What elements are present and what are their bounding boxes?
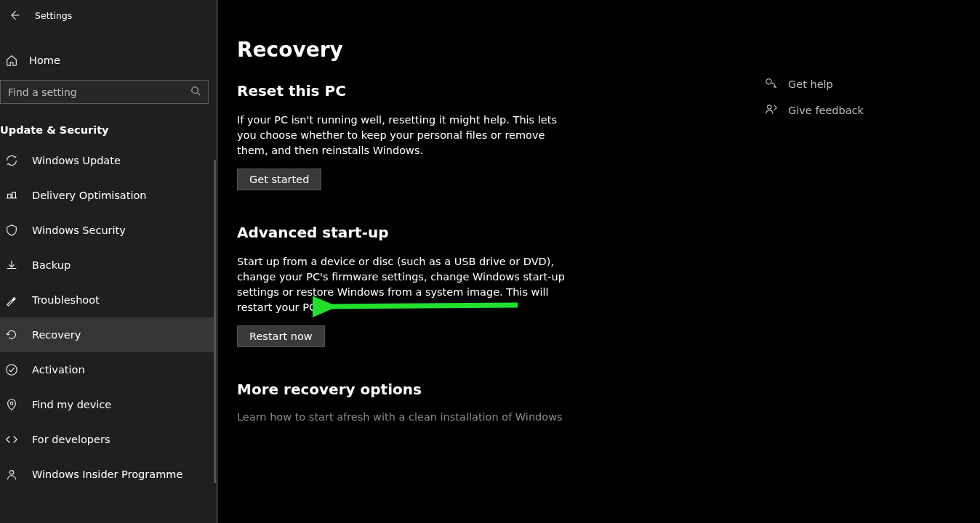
get-help-link[interactable]: Get help [765, 71, 864, 97]
sidebar-item-label: Backup [32, 259, 71, 271]
backup-icon [4, 259, 19, 272]
section-body: If your PC isn't running well, resetting… [237, 113, 571, 158]
search-input[interactable] [0, 80, 209, 104]
help-icon [765, 77, 778, 92]
window-title: Settings [35, 10, 72, 21]
more-recovery-link[interactable]: Learn how to start afresh with a clean i… [237, 411, 571, 423]
sidebar-item-label: Windows Update [32, 155, 121, 166]
sidebar-item-label: Recovery [32, 329, 81, 341]
sidebar-item-delivery-optimisation[interactable]: Delivery Optimisation [0, 178, 216, 213]
wrench-icon [4, 293, 19, 307]
sidebar-item-label: Windows Security [32, 224, 126, 236]
insider-icon [4, 468, 19, 481]
page-title: Recovery [237, 38, 980, 62]
svg-point-5 [766, 78, 771, 84]
sidebar-item-label: Delivery Optimisation [32, 190, 147, 201]
sidebar-item-windows-insider[interactable]: Windows Insider Programme [0, 457, 216, 492]
svg-point-2 [7, 365, 17, 375]
sidebar-group-title: Update & Security [0, 124, 216, 136]
sync-icon [4, 154, 19, 167]
back-button[interactable] [4, 5, 25, 25]
section-body: Start up from a device or disc (such as … [237, 254, 571, 315]
right-column: Get help Give feedback [765, 71, 864, 123]
give-feedback-link[interactable]: Give feedback [765, 97, 864, 123]
code-icon [4, 433, 19, 446]
get-help-label: Get help [788, 78, 833, 90]
sidebar-item-activation[interactable]: Activation [0, 352, 216, 387]
get-started-button[interactable]: Get started [237, 169, 321, 190]
sidebar-item-label: Windows Insider Programme [32, 469, 182, 480]
home-icon [4, 54, 19, 67]
sidebar-item-troubleshoot[interactable]: Troubleshoot [0, 283, 216, 317]
sidebar-item-recovery[interactable]: Recovery [0, 317, 216, 352]
svg-point-6 [768, 105, 771, 108]
recovery-icon [4, 328, 19, 341]
main-content: Recovery Reset this PC If your PC isn't … [237, 0, 980, 523]
sidebar-item-label: Troubleshoot [32, 294, 100, 306]
location-icon [4, 398, 19, 411]
sidebar-nav: Windows Update Delivery Optimisation Win… [0, 143, 216, 492]
sidebar: Settings Home Update & Security Windows … [0, 0, 218, 523]
sidebar-item-label: For developers [32, 434, 110, 445]
section-reset-pc: Reset this PC If your PC isn't running w… [237, 82, 571, 190]
section-heading: Reset this PC [237, 82, 571, 100]
svg-point-4 [9, 471, 13, 474]
sidebar-scrollbar[interactable] [214, 160, 216, 483]
check-circle-icon [4, 363, 19, 376]
section-heading: More recovery options [237, 381, 571, 398]
delivery-icon [4, 189, 19, 202]
sidebar-item-backup[interactable]: Backup [0, 248, 216, 283]
section-advanced-startup: Advanced start-up Start up from a device… [237, 224, 571, 347]
shield-icon [4, 224, 19, 237]
restart-now-button[interactable]: Restart now [237, 325, 325, 347]
sidebar-item-windows-security[interactable]: Windows Security [0, 213, 216, 248]
section-heading: Advanced start-up [237, 224, 571, 241]
give-feedback-label: Give feedback [788, 105, 864, 116]
sidebar-home-label: Home [29, 54, 60, 66]
sidebar-home[interactable]: Home [0, 44, 216, 77]
sidebar-item-label: Activation [32, 364, 85, 376]
sidebar-item-for-developers[interactable]: For developers [0, 422, 216, 457]
sidebar-item-windows-update[interactable]: Windows Update [0, 143, 216, 178]
sidebar-item-label: Find my device [32, 399, 111, 410]
svg-point-3 [10, 402, 13, 405]
search-icon [190, 85, 201, 99]
search-field[interactable] [8, 86, 190, 98]
svg-point-1 [192, 87, 198, 94]
section-more-recovery: More recovery options Learn how to start… [237, 381, 571, 423]
feedback-icon [765, 103, 778, 118]
sidebar-item-find-my-device[interactable]: Find my device [0, 387, 216, 422]
